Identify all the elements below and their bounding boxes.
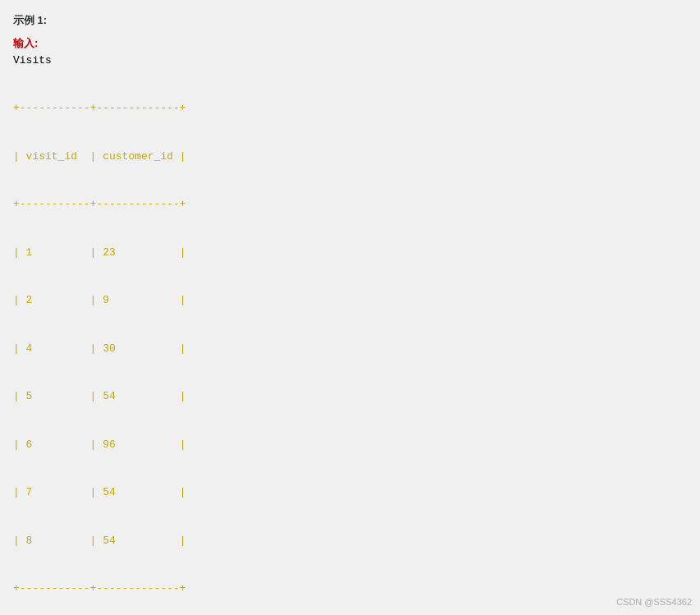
visits-table: +-----------+-------------+ | visit_id |… <box>13 68 686 615</box>
visits-row-0: | 1 | 23 | <box>13 245 686 261</box>
visits-row-6: | 8 | 54 | <box>13 533 686 549</box>
example-title: 示例 1: <box>13 13 686 28</box>
visits-border-top: +-----------+-------------+ <box>13 100 686 117</box>
visits-row-4: | 6 | 96 | <box>13 437 686 453</box>
watermark: CSDN @SSS4362 <box>616 597 692 607</box>
main-container: 示例 1: 输入: Visits +-----------+----------… <box>13 13 686 615</box>
visits-row-2: | 4 | 30 | <box>13 341 686 357</box>
visits-row-3: | 5 | 54 | <box>13 388 686 405</box>
input-section: 输入: Visits +-----------+-------------+ |… <box>13 36 686 615</box>
visits-header: | visit_id | customer_id | <box>13 149 686 165</box>
visits-border-bot: +-----------+-------------+ <box>13 581 686 597</box>
input-label: 输入: <box>13 36 686 51</box>
visits-table-name: Visits <box>13 54 686 67</box>
visits-row-1: | 2 | 9 | <box>13 292 686 309</box>
visits-row-5: | 7 | 54 | <box>13 484 686 501</box>
visits-border-mid: +-----------+-------------+ <box>13 196 686 213</box>
